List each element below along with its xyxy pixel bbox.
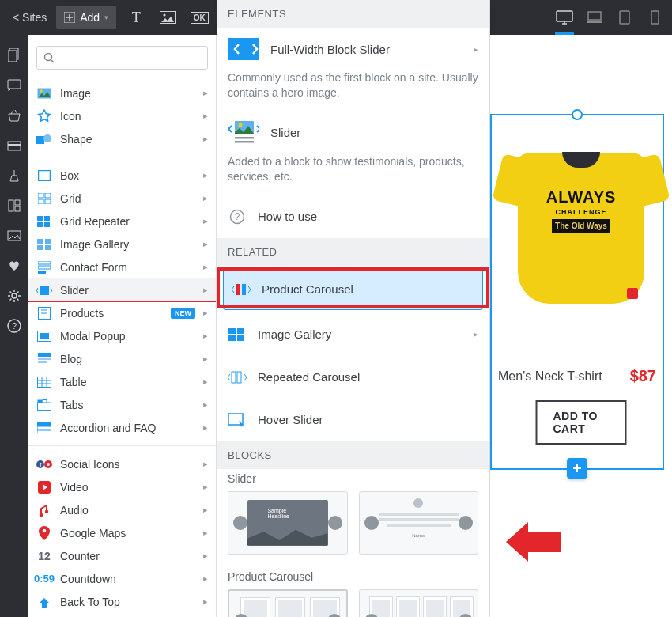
how-to-use-item[interactable]: ? How to use: [217, 195, 489, 238]
add-item-video[interactable]: Video ▸: [28, 475, 216, 498]
desktop-icon: [556, 10, 573, 25]
pages-icon: [8, 48, 21, 62]
add-item-image[interactable]: Image ▸: [28, 81, 216, 104]
laptop-device-button[interactable]: [585, 8, 604, 27]
svg-rect-24: [39, 170, 51, 180]
add-item-tabs[interactable]: Tabs ▸: [28, 393, 216, 416]
rail-design-button[interactable]: [6, 168, 22, 184]
blog-icon: [36, 351, 52, 367]
svg-rect-71: [228, 328, 236, 334]
repeated-carousel-icon: [228, 365, 247, 389]
svg-point-2: [164, 13, 166, 16]
add-item-icon[interactable]: Icon ▸: [28, 104, 216, 127]
rail-layout-button[interactable]: [6, 198, 22, 214]
add-item-countdown[interactable]: 0:59 Countdown ▸: [28, 567, 216, 590]
add-item-label: Audio: [60, 504, 89, 517]
next-arrow-icon: [328, 516, 342, 530]
selection-handle-top[interactable]: [572, 109, 583, 120]
rail-favorites-button[interactable]: [6, 258, 22, 274]
gallery-icon: [36, 237, 52, 252]
repeated-carousel-item[interactable]: Repeated Carousel: [217, 356, 489, 399]
add-item-grid[interactable]: Grid ▸: [28, 187, 216, 210]
desktop-device-button[interactable]: [555, 8, 574, 27]
chevron-right-icon: ▸: [203, 551, 208, 561]
ok-tool-button[interactable]: OK: [187, 6, 211, 29]
svg-rect-13: [15, 200, 20, 205]
add-item-box[interactable]: Box ▸: [28, 164, 216, 187]
add-item-counter[interactable]: 12 Counter ▸: [28, 544, 216, 567]
svg-rect-75: [232, 372, 236, 383]
basket-icon: [7, 109, 21, 122]
add-item-grid-repeater[interactable]: Grid Repeater ▸: [28, 210, 216, 233]
rail-settings-button[interactable]: [6, 288, 22, 304]
image-tool-button[interactable]: [156, 6, 179, 29]
rail-pages-button[interactable]: [6, 47, 22, 63]
add-item-contact-form[interactable]: Contact Form ▸: [28, 256, 216, 278]
rail-chat-button[interactable]: [6, 78, 22, 93]
phone-device-button[interactable]: [645, 8, 664, 27]
add-item-label: Modal Popup: [60, 330, 126, 343]
svg-text:f: f: [40, 461, 42, 468]
chevron-right-icon: ▸: [203, 354, 208, 364]
add-item-blog[interactable]: Blog ▸: [28, 347, 216, 370]
hover-slider-item[interactable]: Hover Slider: [217, 399, 489, 441]
image-gallery-item[interactable]: Image Gallery ▸: [217, 313, 489, 356]
card-icon: [7, 141, 21, 151]
svg-rect-73: [228, 335, 236, 341]
add-button[interactable]: Add ▾: [56, 6, 116, 29]
element-search[interactable]: [36, 46, 208, 70]
tablet-device-button[interactable]: [615, 8, 634, 27]
slider-block-thumb-2[interactable]: Name: [359, 491, 479, 555]
annotation-arrow-icon: [506, 522, 561, 562]
section-header-blocks: BLOCKS: [217, 441, 489, 469]
tabs-icon: [36, 397, 52, 413]
button-icon: OK: [191, 12, 209, 24]
rail-card-button[interactable]: [6, 138, 22, 153]
add-item-back-to-top[interactable]: Back To Top ▸: [28, 590, 216, 613]
rail-store-button[interactable]: [6, 108, 22, 123]
add-item-audio[interactable]: Audio ▸: [28, 498, 216, 521]
svg-rect-14: [15, 206, 20, 211]
add-item-image-gallery[interactable]: Image Gallery ▸: [28, 233, 216, 256]
add-to-cart-button[interactable]: ADD TO CART: [536, 400, 627, 445]
product-carousel-item[interactable]: Product Carousel: [223, 269, 483, 310]
add-item-modal-popup[interactable]: Modal Popup ▸: [28, 324, 216, 347]
svg-rect-35: [37, 245, 43, 250]
rail-help-button[interactable]: ?: [6, 318, 22, 334]
add-item-label: Table: [60, 376, 86, 388]
text-tool-button[interactable]: T: [124, 6, 148, 29]
add-item-label: Google Maps: [60, 527, 126, 539]
media-icon: [7, 230, 21, 241]
product-price: $87: [630, 367, 656, 385]
add-item-accordion-and-faq[interactable]: Accordion and FAQ ▸: [28, 416, 216, 439]
svg-point-19: [45, 54, 52, 61]
svg-rect-69: [236, 284, 240, 295]
svg-text:?: ?: [235, 211, 240, 222]
add-block-button[interactable]: [567, 458, 587, 479]
chevron-right-icon: ▸: [203, 528, 208, 538]
back-to-sites-link[interactable]: < Sites: [6, 11, 53, 24]
add-item-label: Countdown: [60, 573, 116, 585]
add-item-table[interactable]: Table ▸: [28, 370, 216, 393]
slider-item[interactable]: Slider: [217, 112, 489, 154]
fullwidth-slider-item[interactable]: Full-Width Block Slider ▸: [217, 28, 489, 70]
svg-rect-12: [9, 200, 13, 211]
add-item-products[interactable]: Products NEW ▸: [28, 301, 216, 324]
pc-block-thumb-1[interactable]: [228, 589, 348, 617]
rail-media-button[interactable]: [6, 228, 22, 244]
add-item-social-icons[interactable]: f Social Icons ▸: [28, 452, 216, 475]
pc-block-thumb-2[interactable]: [359, 589, 479, 617]
add-item-google-maps[interactable]: Google Maps ▸: [28, 521, 216, 544]
add-item-slider[interactable]: Slider ▸: [28, 278, 216, 301]
slider-block-thumb-1[interactable]: Sample Headline: [228, 491, 348, 555]
left-rail: ?: [0, 35, 28, 617]
svg-rect-40: [40, 286, 49, 295]
add-item-label: Image: [60, 87, 91, 100]
svg-rect-48: [38, 403, 51, 411]
add-item-label: Products: [60, 307, 104, 320]
svg-point-16: [12, 293, 17, 298]
chevron-right-icon: ▸: [474, 44, 478, 55]
video-icon: [36, 479, 52, 495]
element-search-input[interactable]: [59, 51, 201, 64]
add-item-shape[interactable]: Shape ▸: [28, 127, 216, 150]
